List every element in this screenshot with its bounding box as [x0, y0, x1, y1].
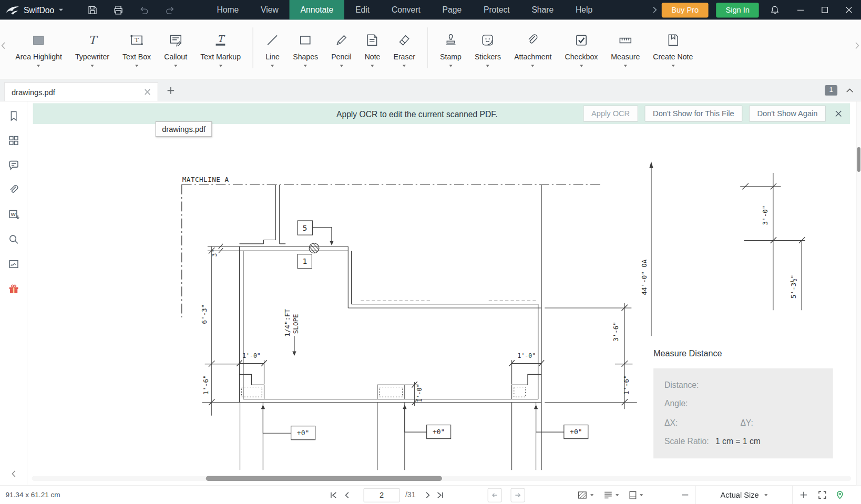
elevation-tag: +0" [570, 428, 582, 436]
thumbnails-icon[interactable] [0, 128, 27, 152]
vertical-scrollbar[interactable] [856, 101, 861, 485]
fullscreen-icon[interactable] [815, 490, 829, 500]
comments-icon[interactable] [0, 152, 27, 177]
angle-label: Angle: [664, 399, 688, 408]
menu-home[interactable]: Home [206, 0, 250, 20]
svg-text:T: T [217, 34, 225, 44]
first-page-icon[interactable] [330, 491, 338, 499]
bookmarks-icon[interactable] [0, 103, 27, 128]
toolbar-item-checkbox[interactable]: Checkbox [558, 20, 604, 79]
chevron-down-icon[interactable] [37, 65, 40, 67]
next-view-icon[interactable] [511, 488, 525, 502]
dont-show-again-button[interactable]: Don't Show Again [749, 106, 826, 122]
zoom-level-dropdown[interactable]: Actual Size [695, 486, 793, 504]
previous-page-icon[interactable] [343, 491, 351, 499]
menu-edit[interactable]: Edit [344, 0, 381, 20]
new-tab-icon[interactable] [167, 87, 175, 95]
toolbar-item-attachment[interactable]: Attachment [508, 20, 558, 79]
menu-annotate[interactable]: Annotate [290, 0, 345, 20]
chevron-down-icon[interactable] [340, 65, 343, 67]
toolbar-item-callout[interactable]: Callout [158, 20, 194, 79]
tab-close-icon[interactable] [143, 87, 152, 97]
menu-share[interactable]: Share [520, 0, 565, 20]
page-number-input[interactable] [364, 488, 400, 502]
chevron-down-icon[interactable] [271, 65, 274, 67]
toolbar-item-text-box[interactable]: T Text Box [116, 20, 158, 79]
auto-scroll-pin-icon[interactable] [833, 490, 847, 500]
page-background-dropdown[interactable] [578, 490, 593, 499]
chevron-down-icon[interactable] [174, 65, 177, 67]
print-icon[interactable] [113, 5, 124, 15]
chevron-down-icon[interactable] [671, 65, 674, 67]
toolbar-scroll-left-icon[interactable] [1, 42, 5, 49]
buy-pro-button[interactable]: Buy Pro [661, 3, 709, 17]
open-documents-count-badge[interactable]: 1 [825, 85, 837, 95]
menu-page[interactable]: Page [432, 0, 473, 20]
collapse-toolbar-chevron-up-icon[interactable] [846, 88, 854, 92]
toolbar-item-note[interactable]: Note [358, 20, 387, 79]
document-tab[interactable]: drawings.pdf [4, 83, 158, 101]
chevron-down-icon[interactable] [304, 65, 307, 67]
notice-close-icon[interactable] [835, 110, 843, 118]
app-logo-icon [5, 4, 19, 16]
vertical-scrollbar-thumb[interactable] [857, 147, 860, 172]
chevron-down-icon[interactable] [486, 65, 489, 67]
chevron-down-icon[interactable] [90, 65, 94, 67]
toolbar-item-label: Line [265, 53, 280, 61]
apply-ocr-button[interactable]: Apply OCR [583, 106, 638, 122]
gift-icon[interactable] [0, 276, 27, 301]
toolbar-item-create-note[interactable]: Create Note [647, 20, 700, 79]
chevron-down-icon[interactable] [219, 65, 222, 67]
menu-convert[interactable]: Convert [381, 0, 432, 20]
save-icon[interactable] [87, 5, 98, 15]
search-icon[interactable] [0, 227, 27, 251]
signature-icon[interactable] [0, 251, 27, 276]
toolbar-item-pencil[interactable]: Pencil [325, 20, 358, 79]
menu-view[interactable]: View [250, 0, 289, 20]
toolbar-item-eraser[interactable]: Eraser [387, 20, 422, 79]
zoom-out-icon[interactable] [678, 491, 692, 499]
toolbar-item-stickers[interactable]: Stickers [468, 20, 507, 79]
chevron-down-icon[interactable] [531, 65, 535, 67]
chevron-down-icon[interactable] [371, 65, 374, 67]
toolbar-item-stamp[interactable]: Stamp [434, 20, 468, 79]
redo-icon[interactable] [165, 5, 175, 15]
toolbar-item-measure[interactable]: Measure [604, 20, 647, 79]
page-layout-dropdown[interactable] [629, 490, 643, 499]
toolbar-separator [253, 27, 253, 68]
zoom-in-icon[interactable] [796, 491, 811, 499]
chevron-down-icon[interactable] [580, 65, 583, 67]
attachments-icon[interactable] [0, 177, 27, 202]
close-button[interactable] [837, 0, 861, 20]
chevron-down-icon[interactable] [403, 65, 406, 67]
chevron-down-icon[interactable] [449, 65, 452, 67]
horizontal-scrollbar-thumb[interactable] [206, 476, 442, 481]
notifications-bell-icon[interactable] [770, 5, 780, 15]
chevron-down-icon[interactable] [59, 9, 63, 11]
maximize-button[interactable] [813, 0, 837, 20]
minimize-button[interactable] [788, 0, 813, 20]
toolbar-item-typewriter[interactable]: T Typewriter [68, 20, 116, 79]
dim-label: 5'-3½" [790, 275, 797, 299]
toolbar-item-shapes[interactable]: Shapes [286, 20, 325, 79]
dont-show-file-button[interactable]: Don't Show for This File [644, 106, 742, 122]
last-page-icon[interactable] [436, 491, 444, 499]
next-page-icon[interactable] [424, 491, 432, 499]
horizontal-scrollbar[interactable] [32, 476, 852, 481]
quick-actions [87, 5, 175, 15]
menu-protect[interactable]: Protect [473, 0, 520, 20]
menu-help[interactable]: Help [565, 0, 603, 20]
sign-in-button[interactable]: Sign In [716, 3, 759, 17]
reading-mode-dropdown[interactable] [603, 491, 619, 499]
previous-view-icon[interactable] [488, 488, 502, 502]
chevron-down-icon[interactable] [624, 65, 627, 67]
chevron-down-icon[interactable] [135, 65, 138, 67]
word-export-icon[interactable]: W [0, 202, 27, 227]
undo-icon[interactable] [139, 5, 149, 15]
toolbar-item-line[interactable]: Line [259, 20, 286, 79]
chevron-right-icon[interactable] [652, 6, 657, 14]
toolbar-scroll-right-icon[interactable] [855, 42, 859, 49]
toolbar-item-text-markup[interactable]: T Text Markup [194, 20, 248, 79]
sidebar-collapse-icon[interactable] [11, 470, 15, 478]
toolbar-item-area-highlight[interactable]: Area Highlight [9, 20, 69, 79]
